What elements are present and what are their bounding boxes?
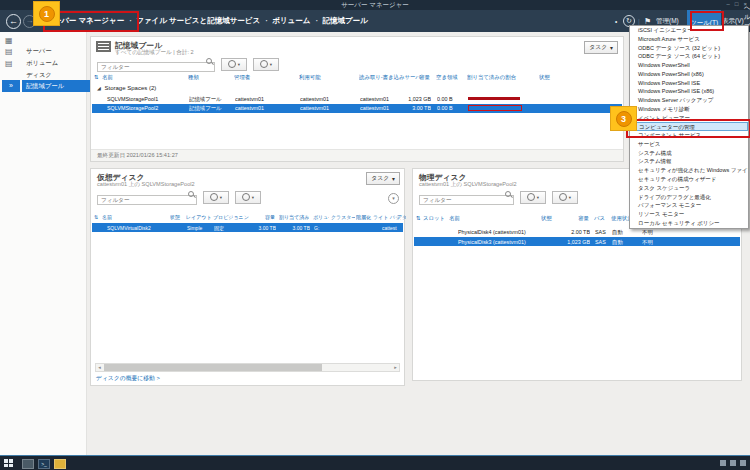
column-header-layout[interactable]: レイアウト (186, 214, 212, 220)
column-header-type[interactable]: 種類 (188, 74, 232, 81)
column-header-status[interactable]: 状態 (170, 214, 185, 220)
chevron-down-icon: ▾ (220, 195, 222, 200)
go-to-disks-overview-link[interactable]: ディスクの概要に移動 > (96, 374, 160, 383)
tools-menu-item-defrag[interactable]: ドライブのデフラグと最適化 (630, 193, 748, 202)
chevron-down-icon: ▾ (392, 176, 395, 182)
tools-menu-item-powershell[interactable]: Windows PowerShell (630, 61, 748, 70)
grouping-icon (260, 60, 268, 68)
notification-dot-icon: • (615, 10, 617, 32)
tools-menu-item-iscsi[interactable]: iSCSI イニシエーター (630, 26, 748, 35)
sidebar: ▦ ▤ ▤ サーバー ボリューム ディスク » 記憶域プール (0, 32, 87, 455)
column-header-name[interactable]: 名前 (449, 215, 533, 222)
tools-menu-item-system-configuration[interactable]: システム構成 (630, 149, 748, 158)
tools-menu-item-odbc32[interactable]: ODBC データ ソース (32 ビット) (630, 44, 748, 53)
tools-menu-item-local-security-policy[interactable]: ローカル セキュリティ ポリシー (630, 219, 748, 228)
pool-row-2-selected[interactable]: SQLVMStoragePool2 記憶域プール cattestvm01 cat… (92, 104, 622, 113)
filter-icon (210, 193, 218, 201)
column-header-allocated[interactable]: 割り当て済み (279, 214, 309, 220)
scroll-right-icon[interactable]: ▸ (392, 364, 399, 371)
sidebar-item-disks[interactable]: ディスク (22, 69, 90, 80)
column-header-clustered[interactable]: クラスター化 (331, 214, 355, 220)
pools-filter-options-button[interactable]: ▾ (221, 58, 247, 71)
horizontal-scrollbar[interactable]: ◂ ▸ (95, 363, 400, 372)
sidebar-item-volumes[interactable]: ボリューム (22, 57, 90, 68)
physical-disks-filter-input[interactable] (419, 195, 514, 205)
pools-grouping-button[interactable]: ▾ (253, 58, 279, 71)
column-header-allocated-pct[interactable]: 割り当て済みの割合 (467, 74, 527, 81)
physical-disk-row-2-selected[interactable]: PhysicalDisk3 (cattestvm01) 1,023 GB SAS… (414, 237, 740, 246)
storage-pool-icon (96, 41, 111, 52)
sort-icon[interactable]: ⇅ (94, 214, 102, 220)
back-button[interactable]: ← (6, 14, 21, 29)
pd-grouping-button[interactable]: ▾ (552, 191, 578, 204)
virtual-disks-filter-input[interactable] (97, 195, 197, 205)
column-header-available-to[interactable]: 利用可能 (299, 74, 357, 81)
column-header-status[interactable]: 状態 (539, 74, 579, 81)
start-button[interactable] (4, 459, 14, 468)
tools-menu-item-windows-firewall[interactable]: セキュリティが強化された Windows ファイアウォール (630, 166, 748, 175)
breadcrumb-storage-pools[interactable]: 記憶域プール (322, 16, 367, 26)
pools-group-row[interactable]: ◢ Storage Spaces (2) (97, 85, 156, 91)
tools-menu-item-server-backup[interactable]: Windows Server バックアップ (630, 96, 748, 105)
column-header-bus[interactable]: バス (594, 215, 608, 222)
collapse-panel-button[interactable]: ▾ (388, 193, 399, 204)
maximize-button[interactable]: □ (735, 1, 739, 7)
tools-menu-item-powershell-ise-x86[interactable]: Windows PowerShell ISE (x86) (630, 87, 748, 96)
column-header-attached[interactable]: アタッチ (397, 214, 406, 220)
tools-menu-item-services[interactable]: サービス (630, 140, 748, 149)
sidebar-item-servers[interactable]: サーバー (22, 45, 90, 56)
tools-menu-item-odbc64[interactable]: ODBC データ ソース (64 ビット) (630, 52, 748, 61)
tools-menu-item-task-scheduler[interactable]: タスク スケジューラ (630, 184, 748, 193)
tools-menu-item-powershell-ise[interactable]: Windows PowerShell ISE (630, 79, 748, 88)
tools-menu-item-performance-monitor[interactable]: パフォーマンス モニター (630, 201, 748, 210)
local-server-icon[interactable]: ▤ (5, 47, 17, 56)
column-header-capacity[interactable]: 容量 (251, 214, 275, 220)
server-manager-taskbar-icon[interactable] (22, 459, 34, 469)
pools-tasks-button[interactable]: タスク ▾ (584, 41, 618, 54)
breadcrumb-file-storage-services[interactable]: ファイル サービスと記憶域サービス (136, 16, 260, 26)
search-icon (206, 58, 212, 64)
column-header-status[interactable]: 状態 (541, 215, 557, 222)
storage-pools-panel: 記憶域プール すべての記憶域プール | 合計: 2 タスク ▾ ▾ ▾ ⇅ 名前… (90, 36, 624, 162)
pd-filter-options-button[interactable]: ▾ (520, 191, 546, 204)
window-title: サーバー マネージャー (0, 1, 750, 10)
filter-icon (228, 60, 236, 68)
column-header-capacity[interactable]: 容量 (396, 74, 430, 81)
storage-pools-selected-icon[interactable]: » (2, 80, 20, 92)
column-header-slot[interactable]: スロット (423, 215, 448, 222)
virtual-disks-tasks-button[interactable]: タスク ▾ (366, 172, 400, 185)
tools-menu-item-powershell-x86[interactable]: Windows PowerShell (x86) (630, 70, 748, 79)
vd-filter-options-button[interactable]: ▾ (203, 191, 229, 204)
column-header-provisioning[interactable]: プロビジョニング (213, 214, 249, 220)
grouping-icon (242, 193, 250, 201)
scrollbar-thumb[interactable] (104, 364, 322, 371)
breadcrumb-separator: ・ (313, 17, 319, 26)
sidebar-item-storage-pools[interactable]: 記憶域プール (22, 80, 90, 92)
tools-menu-item-memory-diagnostic[interactable]: Windows メモリ診断 (630, 105, 748, 114)
dashboard-icon[interactable]: ▦ (5, 36, 17, 45)
powershell-taskbar-icon[interactable]: >_ (38, 459, 50, 469)
column-header-name[interactable]: 名前 (102, 214, 168, 220)
tools-menu-item-security-config-wizard[interactable]: セキュリティの構成ウィザード (630, 175, 748, 184)
all-servers-icon[interactable]: ▤ (5, 59, 17, 68)
vd-grouping-button[interactable]: ▾ (235, 191, 261, 204)
virtual-disk-row-selected[interactable]: SQLVMVirtualDisk2 Simple 固定 3.00 TB 3.00… (92, 223, 403, 232)
column-header-tiered[interactable]: 階層化 (356, 214, 372, 220)
chevron-down-icon: ▾ (537, 195, 539, 200)
tools-menu-item-system-information[interactable]: システム情報 (630, 157, 748, 166)
pool-row-1[interactable]: SQLVMStoragePool1 記憶域プール cattestvm01 cat… (92, 94, 622, 103)
column-header-managed-by[interactable]: 管理者 (234, 74, 296, 81)
sort-icon[interactable]: ⇅ (94, 74, 102, 80)
scroll-left-icon[interactable]: ◂ (96, 364, 103, 371)
pools-filter-input[interactable] (97, 62, 215, 72)
tools-menu-item-azure-services[interactable]: Microsoft Azure サービス (630, 35, 748, 44)
minimize-button[interactable]: – (727, 1, 730, 7)
column-header-volume[interactable]: ボリューム (313, 214, 329, 220)
column-header-name[interactable]: 名前 (102, 74, 186, 81)
column-header-capacity[interactable]: 容量 (559, 215, 589, 222)
file-explorer-taskbar-icon[interactable] (54, 459, 66, 469)
breadcrumb-volumes[interactable]: ボリューム (272, 16, 310, 26)
column-header-free[interactable]: 空き領域 (436, 74, 462, 81)
tools-menu-item-resource-monitor[interactable]: リソース モニター (630, 210, 748, 219)
system-tray[interactable] (720, 460, 746, 466)
